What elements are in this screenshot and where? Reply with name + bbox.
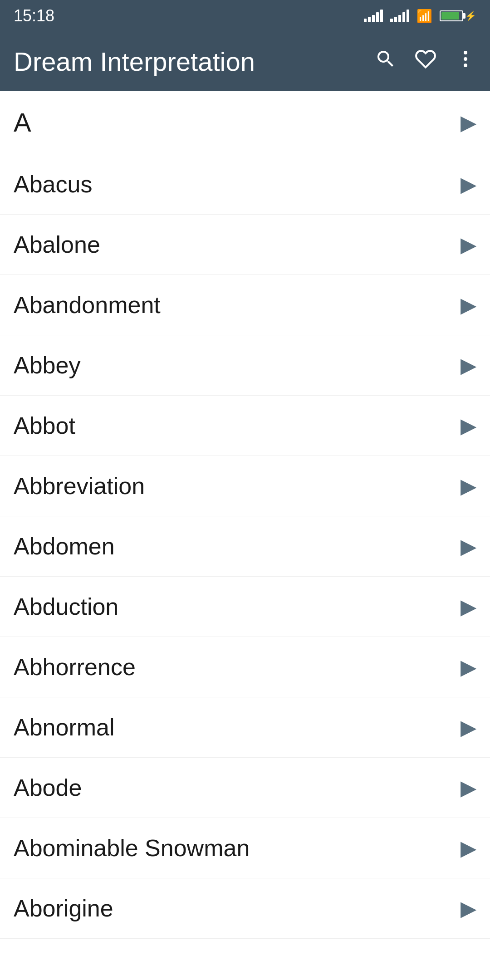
list-item-label: Abacus (14, 171, 92, 198)
list-item[interactable]: Abbey ▶ (0, 335, 490, 396)
favorites-icon[interactable] (415, 48, 436, 75)
list-item[interactable]: Abominable Snowman ▶ (0, 818, 490, 878)
chevron-right-icon: ▶ (461, 413, 476, 438)
chevron-right-icon: ▶ (461, 594, 476, 619)
chevron-right-icon: ▶ (461, 474, 476, 498)
list-item-label: Aborigine (14, 895, 113, 922)
list-item[interactable]: Abduction ▶ (0, 577, 490, 637)
chevron-right-icon: ▶ (461, 293, 476, 317)
svg-point-2 (464, 64, 467, 67)
list-item-label: Abalone (14, 231, 100, 258)
list-item[interactable]: Abbot ▶ (0, 396, 490, 456)
more-options-icon[interactable] (455, 48, 476, 75)
svg-point-0 (464, 51, 467, 54)
list-item-label: Abbot (14, 412, 75, 439)
list-item[interactable]: Abdomen ▶ (0, 516, 490, 577)
charging-icon: ⚡ (465, 10, 476, 21)
chevron-right-icon: ▶ (461, 836, 476, 860)
section-header-a[interactable]: A ▶ (0, 91, 490, 154)
list-item-label: Abhorrence (14, 653, 136, 681)
list-item[interactable]: Abalone ▶ (0, 215, 490, 275)
section-header-label: A (14, 107, 31, 137)
list-item-label: Abode (14, 774, 82, 801)
chevron-right-icon: ▶ (461, 896, 476, 921)
search-icon[interactable] (375, 48, 397, 75)
app-bar: Dream Interpretation (0, 32, 490, 91)
list-item-label: Abdomen (14, 533, 115, 560)
chevron-right-icon: ▶ (461, 353, 476, 377)
list-item-label: Abominable Snowman (14, 834, 250, 862)
status-icons: 📶 ⚡ (364, 9, 476, 24)
signal-icon-1 (364, 10, 383, 22)
section-header-arrow-icon: ▶ (461, 110, 476, 135)
chevron-right-icon: ▶ (461, 232, 476, 257)
list-item-label: Abbreviation (14, 472, 145, 500)
list-item[interactable]: Abhorrence ▶ (0, 637, 490, 697)
list-item[interactable]: Abode ▶ (0, 758, 490, 818)
chevron-right-icon: ▶ (461, 715, 476, 740)
list-item-label: Abbey (14, 352, 80, 379)
wifi-icon: 📶 (416, 9, 432, 24)
signal-icon-2 (390, 10, 409, 22)
app-title: Dream Interpretation (14, 46, 255, 77)
chevron-right-icon: ▶ (461, 655, 476, 679)
list-item[interactable]: Abbreviation ▶ (0, 456, 490, 516)
chevron-right-icon: ▶ (461, 172, 476, 196)
status-bar: 15:18 📶 ⚡ (0, 0, 490, 32)
list-item-label: Abduction (14, 593, 118, 620)
list-container: A ▶ Abacus ▶ Abalone ▶ Abandonment ▶ Abb… (0, 91, 490, 939)
app-bar-actions (375, 48, 476, 75)
status-time: 15:18 (14, 6, 54, 25)
battery-indicator: ⚡ (440, 10, 476, 21)
list-item[interactable]: Abacus ▶ (0, 154, 490, 215)
list-item-label: Abnormal (14, 714, 115, 741)
list-item-label: Abandonment (14, 291, 161, 318)
list-item[interactable]: Abandonment ▶ (0, 275, 490, 335)
chevron-right-icon: ▶ (461, 775, 476, 800)
chevron-right-icon: ▶ (461, 534, 476, 559)
list-item[interactable]: Abnormal ▶ (0, 697, 490, 758)
svg-point-1 (464, 57, 467, 61)
list-item[interactable]: Aborigine ▶ (0, 878, 490, 939)
